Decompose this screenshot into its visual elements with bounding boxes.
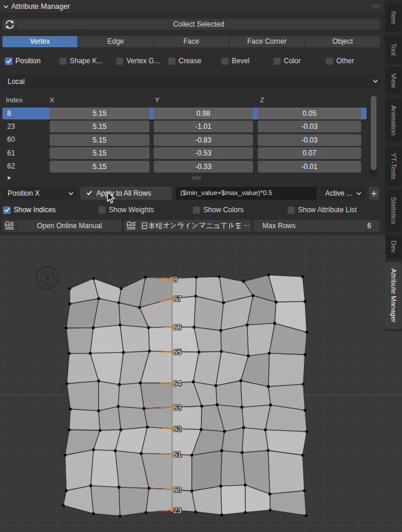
svg-text:60: 60 bbox=[173, 486, 181, 494]
svg-text:8: 8 bbox=[173, 275, 177, 284]
svg-text:66: 66 bbox=[173, 323, 181, 332]
svg-text:61: 61 bbox=[173, 450, 181, 459]
svg-text:62: 62 bbox=[173, 425, 181, 433]
svg-text:67: 67 bbox=[173, 295, 181, 303]
svg-text:65: 65 bbox=[173, 348, 181, 356]
svg-text:63: 63 bbox=[173, 404, 181, 412]
svg-text:23: 23 bbox=[173, 507, 181, 515]
svg-text:64: 64 bbox=[173, 379, 181, 388]
